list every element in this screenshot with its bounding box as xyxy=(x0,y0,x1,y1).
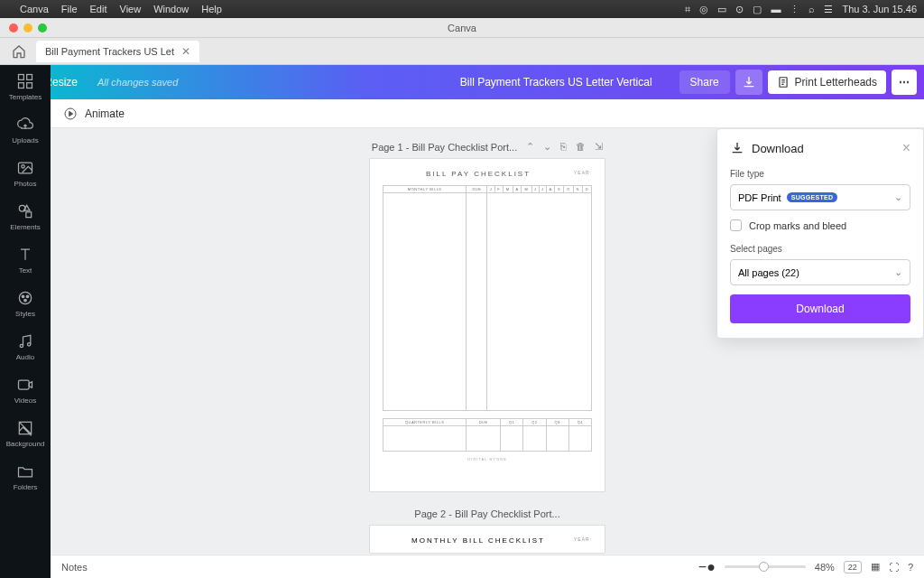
zoom-value[interactable]: 48% xyxy=(815,562,835,573)
doc1-year: YEAR: xyxy=(574,170,592,175)
more-button[interactable]: ⋯ xyxy=(892,70,917,95)
window-titlebar: Canva xyxy=(0,18,924,38)
crop-marks-checkbox-row[interactable]: Crop marks and bleed xyxy=(730,219,910,231)
menubar-clock[interactable]: Thu 3. Jun 15.46 xyxy=(842,4,917,14)
selectpages-value: All pages (22) xyxy=(738,267,799,278)
doc1-title: BILL PAY CHECKLIST xyxy=(383,170,592,178)
download-panel: Download × File type PDF Print SUGGESTED… xyxy=(716,128,924,339)
filetype-label: File type xyxy=(730,169,910,179)
download-action-button[interactable]: Download xyxy=(730,294,910,323)
svg-point-6 xyxy=(22,165,24,168)
sidebar-item-photos[interactable]: Photos xyxy=(0,152,51,195)
doc1-footer: DIGITAL HYGGE xyxy=(383,457,592,461)
svg-rect-8 xyxy=(26,212,32,218)
document-title[interactable]: Bill Payment Trackers US Letter Vertical xyxy=(196,76,661,89)
macos-menubar: Canva File Edit View Window Help ⌗ ◎ ▭ ⊙… xyxy=(0,0,924,18)
svg-point-14 xyxy=(28,343,31,346)
svg-rect-1 xyxy=(19,75,24,80)
menubar-file[interactable]: File xyxy=(61,4,78,14)
suggested-badge: SUGGESTED xyxy=(787,192,838,202)
tab-title: Bill Payment Trackers US Let xyxy=(45,46,174,57)
page-1-preview[interactable]: YEAR: BILL PAY CHECKLIST MONTHLY BILLS D… xyxy=(369,158,605,492)
home-button[interactable] xyxy=(5,41,32,62)
bottom-bar: Notes −● 48% 22 ▦ ⛶ ? xyxy=(51,555,924,578)
print-label: Print Letterheads xyxy=(795,76,877,89)
page-2-preview[interactable]: YEAR: MONTHLY BILL CHECKLIST xyxy=(369,525,605,554)
dropbox-icon[interactable]: ⌗ xyxy=(685,4,690,15)
sidebar-item-elements[interactable]: Elements xyxy=(0,195,51,238)
filetype-select[interactable]: PDF Print SUGGESTED ⌄ xyxy=(730,184,910,210)
document-tab[interactable]: Bill Payment Trackers US Let ✕ xyxy=(36,41,199,62)
svg-point-13 xyxy=(20,344,23,347)
download-button[interactable] xyxy=(735,70,762,95)
svg-point-10 xyxy=(22,295,24,298)
svg-rect-4 xyxy=(27,83,32,89)
svg-point-11 xyxy=(26,295,29,298)
animate-label[interactable]: Animate xyxy=(85,107,125,120)
wifi-icon[interactable]: ⋮ xyxy=(790,4,799,15)
window-title: Canva xyxy=(0,23,924,33)
menubar-edit[interactable]: Edit xyxy=(90,4,107,14)
share-button[interactable]: Share xyxy=(679,70,730,94)
expand-down-icon[interactable]: ⌄ xyxy=(543,141,551,153)
menubar-window[interactable]: Window xyxy=(153,4,189,14)
animate-icon xyxy=(63,107,78,121)
download-panel-title: Download xyxy=(752,142,804,155)
collapse-up-icon[interactable]: ⌃ xyxy=(526,141,534,153)
sidebar-item-styles[interactable]: Styles xyxy=(0,282,51,325)
page-2-title[interactable]: Page 2 - Bill Pay Checklist Port... xyxy=(414,508,559,519)
play-icon[interactable]: ⊙ xyxy=(735,4,744,15)
tab-bar: Bill Payment Trackers US Let ✕ xyxy=(0,38,924,65)
tab-close-icon[interactable]: ✕ xyxy=(181,45,190,58)
svg-rect-2 xyxy=(27,75,32,80)
left-sidebar: Templates Uploads Photos Elements Text S… xyxy=(0,65,51,578)
selectpages-label: Select pages xyxy=(730,244,910,254)
app-toolbar: File Resize All changes saved Bill Payme… xyxy=(0,65,924,99)
control-center-icon[interactable]: ☰ xyxy=(824,4,833,15)
filetype-value: PDF Print xyxy=(738,192,781,203)
close-panel-icon[interactable]: × xyxy=(902,140,910,156)
sidebar-item-templates[interactable]: Templates xyxy=(0,65,51,108)
chevron-down-icon: ⌄ xyxy=(894,191,902,203)
sidebar-item-uploads[interactable]: Uploads xyxy=(0,108,51,152)
svg-point-9 xyxy=(19,292,31,303)
svg-rect-3 xyxy=(19,83,24,89)
delete-page-icon[interactable]: 🗑 xyxy=(576,141,586,153)
cc-icon[interactable]: ◎ xyxy=(699,4,708,15)
sidebar-item-videos[interactable]: Videos xyxy=(0,368,51,412)
zoom-out-icon[interactable]: −● xyxy=(698,559,716,575)
svg-rect-15 xyxy=(19,380,30,389)
menubar-app[interactable]: Canva xyxy=(20,4,49,14)
flag-icon[interactable]: ▭ xyxy=(717,4,726,15)
page-2-header: Page 2 - Bill Pay Checklist Port... xyxy=(51,508,924,519)
zoom-slider[interactable] xyxy=(725,565,806,568)
page-1-title[interactable]: Page 1 - Bill Pay Checklist Port... xyxy=(372,142,517,153)
print-letterheads-button[interactable]: Print Letterheads xyxy=(768,70,886,94)
add-page-icon[interactable]: ⇲ xyxy=(595,141,603,153)
document-icon xyxy=(777,76,790,89)
sidebar-item-folders[interactable]: Folders xyxy=(0,455,51,499)
duplicate-page-icon[interactable]: ⎘ xyxy=(560,141,567,153)
context-toolbar: Animate xyxy=(51,99,924,128)
sidebar-item-background[interactable]: Background xyxy=(0,412,51,455)
notes-button[interactable]: Notes xyxy=(61,562,88,573)
display-icon[interactable]: ▢ xyxy=(753,4,762,15)
sidebar-item-audio[interactable]: Audio xyxy=(0,325,51,368)
crop-label: Crop marks and bleed xyxy=(749,220,846,231)
grid-view-icon[interactable]: ▦ xyxy=(871,561,880,573)
battery-icon[interactable]: ▬ xyxy=(771,4,781,14)
svg-point-12 xyxy=(24,299,27,302)
selectpages-select[interactable]: All pages (22) ⌄ xyxy=(730,259,910,285)
download-icon xyxy=(742,75,756,89)
crop-checkbox[interactable] xyxy=(730,219,742,231)
fullscreen-icon[interactable]: ⛶ xyxy=(889,562,899,573)
menubar-view[interactable]: View xyxy=(120,4,142,14)
search-icon[interactable]: ⌕ xyxy=(808,4,815,14)
chevron-down-icon: ⌄ xyxy=(894,266,902,278)
help-icon[interactable]: ? xyxy=(908,562,913,573)
sidebar-item-text[interactable]: Text xyxy=(0,238,51,282)
menubar-help[interactable]: Help xyxy=(201,4,222,14)
save-status: All changes saved xyxy=(97,77,178,88)
canvas-area[interactable]: Page 1 - Bill Pay Checklist Port... ⌃ ⌄ … xyxy=(51,128,924,554)
page-count-badge[interactable]: 22 xyxy=(844,561,862,573)
